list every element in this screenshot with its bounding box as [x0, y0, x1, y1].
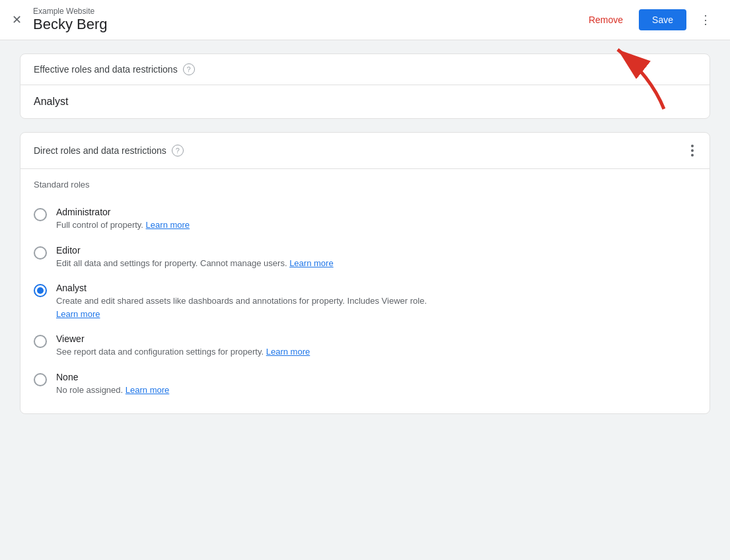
close-button[interactable]: ✕: [7, 7, 27, 32]
page-header: ✕ Example Website Becky Berg Remove Save…: [0, 0, 730, 40]
effective-roles-title: Effective roles and data restrictions: [34, 64, 178, 75]
none-radio[interactable]: [34, 373, 47, 386]
standard-roles-label: Standard roles: [20, 169, 710, 190]
header-actions: Remove Save ⋮: [581, 7, 717, 32]
administrator-learn-more[interactable]: Learn more: [146, 220, 190, 230]
direct-roles-title: Direct roles and data restrictions: [34, 145, 166, 156]
effective-roles-card-header: Effective roles and data restrictions ?: [20, 54, 710, 85]
direct-roles-title-area: Direct roles and data restrictions ?: [34, 145, 184, 157]
none-name: None: [56, 372, 169, 382]
editor-name: Editor: [56, 245, 334, 256]
viewer-desc: See report data and configuration settin…: [56, 345, 310, 359]
roles-list: Administrator Full control of property. …: [20, 200, 710, 413]
page-content: Effective roles and data restrictions ? …: [0, 40, 730, 440]
none-learn-more[interactable]: Learn more: [126, 385, 169, 395]
administrator-desc: Full control of property. Learn more: [56, 219, 190, 232]
direct-roles-card-header: Direct roles and data restrictions ?: [20, 133, 710, 169]
direct-roles-more-button[interactable]: [688, 142, 696, 159]
list-item: Administrator Full control of property. …: [34, 200, 696, 238]
more-vert-icon: ⋮: [700, 13, 712, 26]
viewer-name: Viewer: [56, 333, 310, 344]
list-item: None No role assigned. Learn more: [34, 365, 696, 403]
effective-roles-card: Effective roles and data restrictions ? …: [20, 53, 710, 119]
remove-button[interactable]: Remove: [581, 9, 631, 30]
list-item: Analyst Create and edit shared assets li…: [34, 276, 696, 327]
header-title-area: Example Website Becky Berg: [33, 7, 581, 33]
close-icon: ✕: [12, 13, 22, 26]
more-menu-button[interactable]: ⋮: [694, 7, 717, 32]
analyst-name: Analyst: [56, 283, 427, 293]
none-desc: No role assigned. Learn more: [56, 384, 169, 397]
site-name: Example Website: [33, 7, 581, 16]
effective-role-value: Analyst: [34, 96, 68, 107]
analyst-learn-more[interactable]: Learn more: [56, 309, 100, 319]
administrator-name: Administrator: [56, 207, 190, 217]
save-button[interactable]: Save: [639, 9, 686, 30]
direct-roles-help-icon[interactable]: ?: [172, 145, 184, 157]
effective-roles-title-area: Effective roles and data restrictions ?: [34, 63, 195, 75]
administrator-radio[interactable]: [34, 208, 47, 221]
analyst-desc: Create and edit shared assets like dashb…: [56, 295, 427, 320]
viewer-learn-more[interactable]: Learn more: [266, 347, 310, 357]
analyst-radio-inner: [37, 287, 44, 294]
user-name: Becky Berg: [33, 16, 581, 33]
viewer-radio[interactable]: [34, 335, 47, 348]
editor-info: Editor Edit all data and settings for pr…: [56, 245, 334, 270]
analyst-radio[interactable]: [34, 284, 47, 297]
effective-roles-card-body: Analyst: [20, 85, 710, 118]
editor-learn-more[interactable]: Learn more: [289, 258, 333, 268]
list-item: Viewer See report data and configuration…: [34, 327, 696, 365]
analyst-info: Analyst Create and edit shared assets li…: [56, 283, 427, 320]
direct-roles-card: Direct roles and data restrictions ? Sta…: [20, 132, 710, 414]
list-item: Editor Edit all data and settings for pr…: [34, 238, 696, 277]
editor-radio[interactable]: [34, 246, 47, 260]
editor-desc: Edit all data and settings for property.…: [56, 257, 334, 270]
none-info: None No role assigned. Learn more: [56, 372, 169, 397]
administrator-info: Administrator Full control of property. …: [56, 207, 190, 232]
effective-roles-help-icon[interactable]: ?: [183, 63, 195, 75]
viewer-info: Viewer See report data and configuration…: [56, 333, 310, 359]
